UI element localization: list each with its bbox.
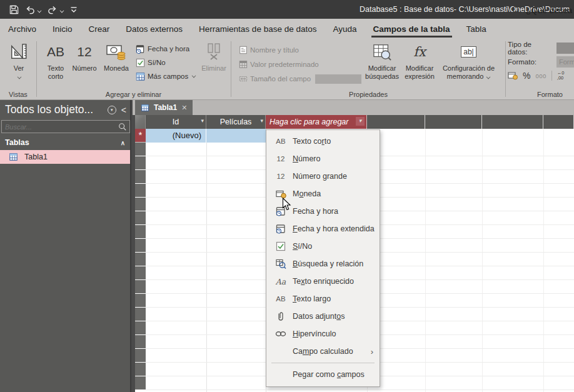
menu-item-numero-grande[interactable]: 12Número grande — [266, 168, 380, 185]
ribbon-tab-tabla[interactable]: Tabla — [458, 19, 495, 39]
decimal-format-icon[interactable]: ←0 ,00 — [557, 71, 565, 81]
undo-dropdown-icon[interactable] — [36, 4, 41, 15]
field-size-button[interactable]: Tamaño del campo — [239, 73, 361, 85]
percent-format-icon[interactable]: % — [523, 71, 530, 81]
memo-settings-button[interactable]: ab| Configuración de memorando — [439, 41, 498, 81]
menu-item-datos-adjuntos[interactable]: Datos adjuntos — [266, 308, 380, 325]
record-selector[interactable] — [135, 211, 146, 224]
menu-item-si-no[interactable]: Sí/No — [266, 238, 380, 255]
ribbon-tab-crear[interactable]: Crear — [81, 19, 118, 39]
number-icon: 12 — [77, 41, 91, 63]
tell-me-box[interactable]: ¿Qué desea — [511, 0, 572, 20]
search-icon[interactable] — [118, 123, 127, 131]
data-type-dropdown[interactable] — [556, 43, 574, 54]
column-header-empty[interactable] — [543, 115, 574, 129]
column-header-peliculas[interactable]: Películas▾ — [206, 115, 266, 129]
record-selector[interactable] — [135, 170, 146, 183]
redo-button[interactable] — [46, 3, 66, 16]
menu-item-hipervinculo[interactable]: Hipervínculo — [266, 325, 380, 343]
column-header-empty[interactable] — [425, 115, 482, 129]
menu-item-fecha-y-hora-extendida[interactable]: Fecha y hora extendida — [266, 220, 380, 238]
record-selector[interactable] — [135, 376, 146, 389]
navigation-menu-icon[interactable]: ▾ — [108, 106, 116, 114]
menu-item-campo-calculado[interactable]: Campo calculado› — [266, 343, 380, 360]
menu-item-label: Número grande — [293, 172, 347, 181]
menu-item-label: Datos adjuntos — [293, 312, 345, 321]
record-selector[interactable] — [135, 280, 146, 293]
record-selector[interactable] — [135, 335, 146, 348]
thousands-format-icon[interactable]: 000 — [535, 73, 546, 79]
record-selector[interactable] — [135, 321, 146, 334]
short-text-button[interactable]: AB Texto corto — [43, 41, 68, 81]
ribbon: Ver Vistas AB Texto corto 12 Número Mone… — [0, 39, 574, 100]
modify-lookups-button[interactable]: Modificar búsquedas — [364, 41, 400, 81]
column-header-id[interactable]: Id▾ — [146, 115, 206, 129]
decimal-format-bottom: ,00 — [557, 76, 565, 81]
currency-ribbon-icon — [106, 41, 127, 63]
menu-item-label: Texto largo — [293, 294, 331, 303]
record-selector[interactable] — [135, 349, 146, 362]
large-number-icon: 12 — [274, 173, 288, 180]
new-record-id-cell[interactable]: (Nuevo) — [146, 129, 206, 143]
ribbon-tab-datos-externos[interactable]: Datos externos — [118, 19, 191, 39]
nav-group-tables[interactable]: Tablas ∧ — [0, 136, 130, 149]
record-selector[interactable] — [135, 239, 146, 252]
save-button[interactable] — [8, 4, 21, 16]
view-button[interactable]: Ver — [5, 41, 33, 79]
lookup-icon — [274, 259, 288, 269]
short-text-icon: AB — [47, 41, 64, 63]
new-record-selector[interactable]: * — [135, 129, 146, 143]
default-value-button[interactable]: Valor predeterminado — [239, 58, 361, 71]
ribbon-tab-herramientas-de-base-de-datos[interactable]: Herramientas de base de datos — [191, 19, 325, 39]
column-header-empty[interactable] — [367, 115, 425, 129]
name-caption-button[interactable]: Nombre y título — [239, 44, 361, 56]
currency-button[interactable]: Moneda — [101, 41, 132, 73]
record-selector[interactable] — [135, 198, 146, 211]
chevron-down-icon[interactable]: ▾ — [260, 118, 263, 124]
menu-item-texto-enriquecido[interactable]: AaTexto enriquecido — [266, 273, 380, 290]
delete-button[interactable]: Eliminar — [198, 41, 229, 73]
menu-item-numero[interactable]: 12Número — [266, 150, 380, 168]
column-header-empty[interactable] — [482, 115, 543, 129]
currency-format-icon[interactable] — [508, 71, 518, 80]
yes-no-button[interactable]: Sí/No — [136, 56, 196, 69]
select-all-corner-cell[interactable] — [135, 115, 146, 129]
close-tab-icon[interactable]: ✕ — [181, 104, 187, 112]
ribbon-tab-archivo[interactable]: Archivo — [0, 19, 44, 39]
search-input[interactable] — [2, 123, 118, 131]
more-fields-button[interactable]: Más campos — [136, 70, 196, 83]
date-time-button[interactable]: Fecha y hora — [136, 43, 196, 55]
ribbon-tab-campos-de-la-tabla[interactable]: Campos de la tabla — [365, 19, 458, 39]
redo-dropdown-icon[interactable] — [59, 4, 64, 15]
chevron-down-icon[interactable]: ▾ — [356, 117, 365, 126]
shutter-bar-collapse-icon[interactable]: < — [121, 105, 126, 115]
menu-item-busqueda-y-relacion[interactable]: Búsqueda y relación — [266, 255, 380, 273]
record-selector[interactable] — [135, 363, 146, 376]
chevron-down-icon[interactable]: ▾ — [201, 118, 204, 124]
undo-button[interactable] — [23, 3, 43, 16]
menu-item-pegar-como-campos[interactable]: Pegar como campos — [266, 366, 380, 383]
ribbon-tab-inicio[interactable]: Inicio — [44, 19, 81, 39]
customize-quick-access-button[interactable] — [68, 4, 79, 15]
menu-item-label: Texto corto — [293, 137, 331, 146]
modify-expression-button[interactable]: fx Modificar expresión — [401, 41, 438, 81]
record-selector[interactable] — [135, 156, 146, 169]
record-selector[interactable] — [135, 294, 146, 307]
ribbon-tab-ayuda[interactable]: Ayuda — [325, 19, 365, 39]
document-tab-tabla1[interactable]: Tabla1 ✕ — [135, 100, 193, 115]
record-selector[interactable] — [135, 184, 146, 197]
record-selector[interactable] — [135, 253, 146, 266]
nav-item-tabla1[interactable]: Tabla1 — [0, 150, 130, 164]
format-dropdown[interactable]: Form — [556, 56, 574, 68]
record-selector[interactable] — [135, 308, 146, 321]
field-size-input[interactable] — [315, 74, 361, 84]
menu-item-texto-largo[interactable]: ABTexto largo — [266, 290, 380, 308]
number-button[interactable]: 12 Número — [69, 41, 99, 73]
more-fields-icon — [136, 72, 145, 81]
record-selector[interactable] — [135, 225, 146, 238]
menu-item-texto-corto[interactable]: ABTexto corto — [266, 133, 380, 150]
column-header-haga-clic-para-agregar[interactable]: Haga clic para agregar▾ — [266, 115, 367, 129]
record-selector[interactable] — [135, 143, 146, 156]
new-record-row[interactable]: (Nuevo) — [146, 129, 266, 143]
record-selector[interactable] — [135, 266, 146, 279]
